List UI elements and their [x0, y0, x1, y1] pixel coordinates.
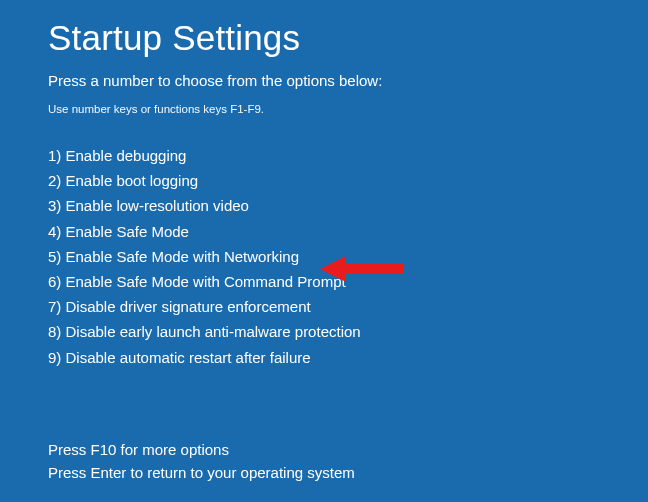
option-num: 8) [48, 323, 61, 340]
page-title: Startup Settings [48, 18, 600, 58]
option-8[interactable]: 8) Disable early launch anti-malware pro… [48, 319, 600, 344]
instruction-text: Press a number to choose from the option… [48, 72, 600, 89]
option-num: 5) [48, 248, 61, 265]
option-num: 1) [48, 147, 61, 164]
hint-text: Use number keys or functions keys F1-F9. [48, 103, 600, 115]
option-label: Disable early launch anti-malware protec… [66, 323, 361, 340]
option-3[interactable]: 3) Enable low-resolution video [48, 193, 600, 218]
option-num: 6) [48, 273, 61, 290]
option-1[interactable]: 1) Enable debugging [48, 143, 600, 168]
option-7[interactable]: 7) Disable driver signature enforcement [48, 294, 600, 319]
option-num: 3) [48, 197, 61, 214]
footer: Press F10 for more options Press Enter t… [48, 438, 355, 485]
option-label: Enable low-resolution video [66, 197, 249, 214]
option-label: Enable Safe Mode [66, 223, 189, 240]
option-9[interactable]: 9) Disable automatic restart after failu… [48, 345, 600, 370]
option-label: Disable driver signature enforcement [66, 298, 311, 315]
option-num: 2) [48, 172, 61, 189]
footer-return: Press Enter to return to your operating … [48, 461, 355, 484]
option-4[interactable]: 4) Enable Safe Mode [48, 219, 600, 244]
option-5[interactable]: 5) Enable Safe Mode with Networking [48, 244, 600, 269]
option-label: Disable automatic restart after failure [66, 349, 311, 366]
option-label: Enable debugging [66, 147, 187, 164]
option-num: 7) [48, 298, 61, 315]
footer-more-options: Press F10 for more options [48, 438, 355, 461]
options-list: 1) Enable debugging 2) Enable boot loggi… [48, 143, 600, 370]
option-label: Enable Safe Mode with Command Prompt [66, 273, 346, 290]
option-num: 9) [48, 349, 61, 366]
option-label: Enable boot logging [66, 172, 199, 189]
option-label: Enable Safe Mode with Networking [66, 248, 299, 265]
option-6[interactable]: 6) Enable Safe Mode with Command Prompt [48, 269, 600, 294]
option-num: 4) [48, 223, 61, 240]
option-2[interactable]: 2) Enable boot logging [48, 168, 600, 193]
